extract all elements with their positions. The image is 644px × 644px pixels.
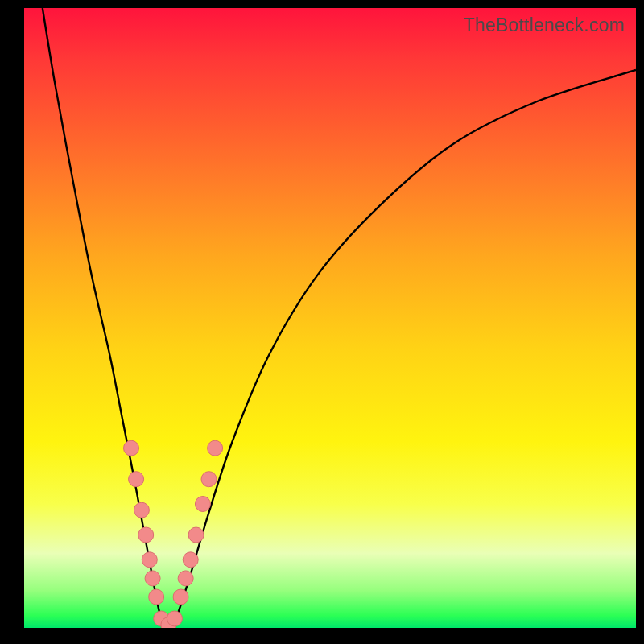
chart-frame: TheBottleneck.com [0,0,644,644]
marker-dot [124,440,139,456]
marker-dot [149,589,164,605]
marker-dot [208,440,223,456]
marker-dot [183,552,198,568]
marker-dot [167,611,182,626]
bottleneck-curve-path [43,8,636,628]
marker-dot [195,497,210,512]
marker-dot [173,589,188,605]
marker-dot [138,527,154,543]
curve-layer [24,8,636,628]
marker-dot [142,552,157,568]
marker-dot [201,472,217,487]
marker-dot [129,472,144,487]
plot-area: TheBottleneck.com [24,8,636,628]
marker-dot [145,571,160,586]
marker-dot [134,502,149,518]
bottleneck-curve [43,8,636,628]
scatter-markers [124,440,223,628]
marker-dot [178,571,193,586]
marker-dot [188,527,204,543]
